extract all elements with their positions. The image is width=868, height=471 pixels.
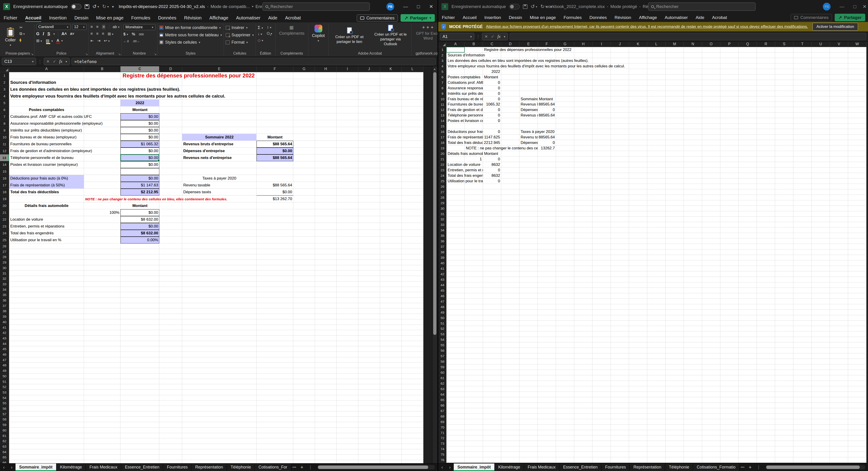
- minimize-button[interactable]: —: [399, 0, 412, 13]
- cell-A10[interactable]: Frais bureau et de réseau (employeur): [9, 134, 121, 141]
- prev-sheet-icon[interactable]: ‹: [0, 464, 8, 471]
- more-sheets-button[interactable]: •••: [291, 464, 298, 471]
- search-input[interactable]: Rechercher: [648, 2, 755, 11]
- formula-input[interactable]: [510, 33, 866, 40]
- row-header-50[interactable]: 50: [439, 315, 446, 321]
- cancel-formula-icon[interactable]: ✕: [485, 34, 488, 39]
- row-header-49[interactable]: 49: [439, 310, 446, 315]
- column-header-O[interactable]: O: [702, 41, 720, 47]
- cell-C14[interactable]: $0.00: [121, 161, 159, 168]
- cell-C11[interactable]: $1 065.32: [121, 141, 159, 148]
- cell-A13[interactable]: Téléphonie personnelle et de bureau: [446, 113, 483, 118]
- sheet-tab-représentation[interactable]: Représentation: [630, 464, 665, 471]
- cell-C25[interactable]: 0: [483, 178, 501, 184]
- row-header-56[interactable]: 56: [439, 348, 446, 353]
- row-header-19[interactable]: 19: [0, 196, 9, 202]
- row-header-14[interactable]: 14: [0, 161, 9, 168]
- scroll-up-icon[interactable]: ▲: [432, 66, 437, 72]
- cell-C12[interactable]: 0: [483, 107, 501, 113]
- cell-A11[interactable]: Fournitures de bureau personnelles: [446, 102, 483, 107]
- row-header-19[interactable]: 19: [439, 146, 446, 151]
- menu-tab-dessin[interactable]: Dessin: [509, 13, 522, 22]
- row-header-73[interactable]: 73: [439, 441, 446, 446]
- row-header-11[interactable]: 11: [0, 141, 9, 148]
- menu-tab-fichier[interactable]: Fichier: [442, 13, 455, 22]
- menu-tab-fichier[interactable]: Fichier: [4, 13, 17, 22]
- comma-style-icon[interactable]: 000: [139, 33, 144, 36]
- increase-decimal-icon[interactable]: ←.0: [123, 39, 129, 43]
- cell-F12[interactable]: 0: [538, 107, 556, 113]
- maximize-button[interactable]: □: [412, 0, 425, 13]
- horizontal-scrollbar-right[interactable]: [766, 465, 865, 469]
- row-header-2[interactable]: 2: [0, 79, 9, 86]
- cell-E12[interactable]: Dépenses d'entreprise: [520, 107, 538, 113]
- cell-C17[interactable]: $1 147.63: [121, 182, 159, 189]
- row-header-14[interactable]: 14: [439, 118, 446, 124]
- close-button[interactable]: ✕: [425, 0, 437, 13]
- row-header-21[interactable]: 21: [0, 209, 9, 216]
- qat-customize-icon[interactable]: ▾: [112, 5, 114, 9]
- cell-A4[interactable]: Votre employeur vous fournira des feuill…: [446, 63, 665, 69]
- column-header-V[interactable]: V: [830, 41, 848, 47]
- row-header-36[interactable]: 36: [0, 298, 9, 303]
- cell-F12[interactable]: $0.00: [256, 148, 293, 154]
- cell-C17[interactable]: 1147.625: [483, 135, 501, 140]
- sheet-tab-téléphonie[interactable]: Téléphonie: [665, 464, 693, 471]
- cell-A4[interactable]: Votre employeur vous fournira des feuill…: [9, 93, 256, 99]
- row-header-55[interactable]: 55: [0, 401, 9, 406]
- cell-C18[interactable]: $2 212.95: [121, 189, 159, 196]
- next-sheet-icon[interactable]: ›: [446, 464, 454, 471]
- column-header-L[interactable]: L: [647, 41, 665, 47]
- sheet-tab-sommaire_impôt[interactable]: Sommaire_impôt: [454, 464, 495, 471]
- number-format-select[interactable]: Monétaire▾: [123, 24, 155, 30]
- add-sheet-button[interactable]: +: [746, 464, 754, 471]
- select-all-corner[interactable]: [0, 66, 9, 72]
- cell-F19[interactable]: 13262.7: [538, 146, 556, 151]
- paste-button[interactable]: Coller▾: [3, 24, 18, 51]
- row-header-30[interactable]: 30: [0, 265, 9, 271]
- row-header-43[interactable]: 43: [439, 277, 446, 282]
- font-name-select[interactable]: Cantarell▾: [36, 24, 70, 30]
- row-header-75[interactable]: 75: [439, 452, 446, 457]
- avatar[interactable]: FB: [386, 3, 394, 10]
- cell-C21[interactable]: 0: [483, 156, 501, 162]
- share-button[interactable]: ↗Partager: [835, 14, 865, 21]
- sheet-tab-cotisations_formatio[interactable]: Cotisations_Formatio: [693, 464, 739, 471]
- cell-A6[interactable]: Postes comptables: [9, 107, 84, 113]
- row-header-46[interactable]: 46: [0, 352, 9, 357]
- cell-C16[interactable]: 0: [483, 129, 501, 135]
- undo-icon[interactable]: ↺: [92, 4, 97, 9]
- cell-A20[interactable]: Détails frais automobile: [9, 202, 84, 209]
- cell-A7[interactable]: Cotisations prof. AMF CSF et autres coût…: [446, 80, 483, 85]
- column-header-F[interactable]: F: [256, 66, 293, 72]
- row-header-53[interactable]: 53: [0, 390, 9, 395]
- column-header-D[interactable]: D: [159, 66, 182, 72]
- row-header-61[interactable]: 61: [0, 433, 9, 439]
- cell-A25[interactable]: Utilisation pour le travail en %: [446, 178, 483, 184]
- more-sheets-button[interactable]: •••: [740, 464, 746, 471]
- increase-indent-icon[interactable]: ⇥: [97, 38, 100, 43]
- column-header-A[interactable]: A: [9, 66, 84, 72]
- row-header-22[interactable]: 22: [439, 162, 446, 168]
- format-painter-icon[interactable]: ⧫: [20, 38, 25, 42]
- row-header-47[interactable]: 47: [439, 299, 446, 304]
- menu-tab-révision[interactable]: Révision: [615, 13, 631, 22]
- row-header-5[interactable]: 5: [439, 69, 446, 75]
- cell-A18[interactable]: Total des frais déductibles: [446, 140, 483, 146]
- cell-C5[interactable]: 2022: [121, 99, 159, 107]
- row-header-17[interactable]: 17: [439, 135, 446, 140]
- menu-tab-révision[interactable]: Révision: [184, 13, 202, 22]
- row-header-48[interactable]: 48: [0, 362, 9, 368]
- create-pdf-link-button[interactable]: Créer un PDF et partager le lien: [331, 24, 368, 47]
- cell-A23[interactable]: Entretien, permis et réparations: [446, 168, 483, 173]
- row-header-15[interactable]: 15: [0, 168, 9, 175]
- increase-font-icon[interactable]: A˄: [61, 31, 67, 36]
- row-header-52[interactable]: 52: [439, 326, 446, 331]
- spreadsheet-grid-right[interactable]: ABCDEFGHIJKLMNOPQRSTUVW12345678910111213…: [439, 41, 867, 463]
- menu-tab-aide[interactable]: Aide: [268, 13, 277, 22]
- row-header-17[interactable]: 17: [0, 182, 9, 189]
- cell-A6[interactable]: Postes comptables: [446, 75, 483, 80]
- decrease-font-icon[interactable]: A˅: [70, 32, 74, 36]
- cell-E13[interactable]: Revenus nets d'entreprise: [520, 113, 538, 118]
- row-header-63[interactable]: 63: [439, 386, 446, 392]
